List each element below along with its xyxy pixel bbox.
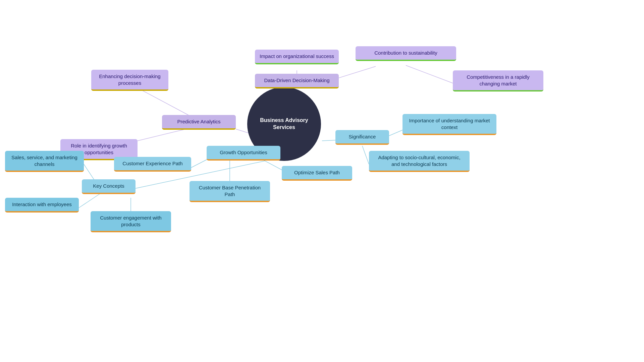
importance-node[interactable]: Importance of understanding market conte… xyxy=(402,114,496,135)
significance-node[interactable]: Significance xyxy=(335,130,389,145)
impact-node[interactable]: Impact on organizational success xyxy=(255,50,339,64)
adapting-node[interactable]: Adapting to socio-cultural, economic, an… xyxy=(369,151,470,172)
svg-line-10 xyxy=(389,130,402,136)
svg-line-11 xyxy=(362,146,369,164)
enhancing-node[interactable]: Enhancing decision-making processes xyxy=(91,70,168,91)
svg-line-16 xyxy=(79,194,100,208)
customer-experience-path-node[interactable]: Customer Experience Path xyxy=(114,157,191,172)
key-concepts-node[interactable]: Key Concepts xyxy=(82,179,136,194)
svg-line-9 xyxy=(406,65,453,83)
optimize-sales-path-node[interactable]: Optimize Sales Path xyxy=(282,166,352,181)
customer-engagement-node[interactable]: Customer engagement with products xyxy=(91,211,171,232)
sales-channels-node[interactable]: Sales, service, and marketing channels xyxy=(5,151,84,172)
decision-making-node[interactable]: Data-Driven Decision-Making xyxy=(255,74,339,88)
competitiveness-node[interactable]: Competitiveness in a rapidly changing ma… xyxy=(453,70,543,92)
contribution-node[interactable]: Contribution to sustainability xyxy=(356,46,456,61)
customer-base-penetration-node[interactable]: Customer Base Penetration Path xyxy=(190,181,270,202)
interaction-employees-node[interactable]: Interaction with employees xyxy=(5,198,79,213)
growth-opportunities-node[interactable]: Growth Opportunities xyxy=(207,146,280,161)
predictive-analytics-node[interactable]: Predictive Analytics xyxy=(162,115,236,130)
